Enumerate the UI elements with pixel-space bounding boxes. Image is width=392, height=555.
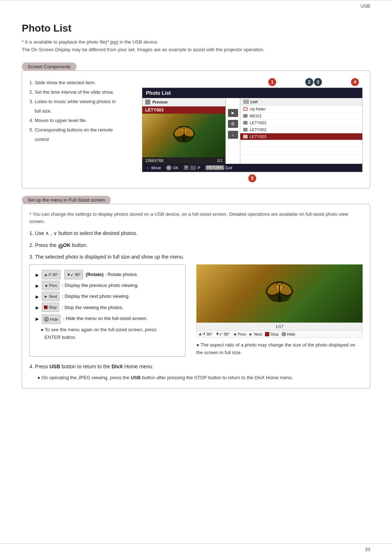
list-label: List [250,100,258,104]
preview-icon [145,100,150,105]
next-label: Next [254,332,262,336]
preview-pane: Preview LETY003 [142,98,226,164]
sc-item-1: 1. Slide show the selected item. [29,78,131,88]
prev-icon: ◄ [233,332,237,336]
arrow-icon-hide: ▶ [36,315,39,323]
photo-list-ui: Photo List Preview LETY003 [142,88,363,172]
page-content: Photo List * It is available to playback… [0,12,392,418]
fullsize-section-label-wrap: Set up the menu in Full-Sized screen [22,196,370,204]
sc-item-3: 3. Listen to music while viewing photos … [29,97,131,116]
page-number: 33 [365,547,370,552]
photo-list-body: Preview LETY003 [142,98,362,164]
arrow-icon-stop: ▶ [36,303,39,312]
enter-note: ● To see the menu again on the full-size… [36,326,179,341]
ctrl-next: ► Next [249,332,262,336]
nav-movepage-label: P [197,166,200,170]
photo-right-panel: 1/17 ▲↺ 90° ▼↙ 90° ◄ Prev [196,264,363,357]
intro-notes: * It is available to playback the photo … [22,39,370,54]
intro-line1: * It is available to playback the photo … [22,39,370,46]
fullsize-box: * You can change the settings to display… [22,204,370,389]
preview-label: Preview [142,98,225,106]
badge-1: 1 [268,78,276,86]
rotate-down-deg: 90° [224,332,230,336]
fullsize-step2: 2. Press the ⊙OK button. [29,241,363,249]
sc-item-5: 5. Corresponding buttons on the remote c… [29,125,131,144]
screen-components-label: Screen Components [22,62,77,71]
menu-row-stop: ▶ Stop : Stop the viewing the photos. [36,303,179,312]
sc-item-4: 4. Moves to upper level file. [29,116,131,125]
list-icon [243,100,249,104]
badge-2: 2 [305,78,313,86]
item-name: AB101 [250,114,262,118]
menu-row-next: ▶ ► Next : Display the next photo viewin… [36,292,179,301]
stop-label: Stop [270,332,279,336]
hide-btn: ⊙ Hide [42,315,61,324]
photo-page: 1/1 [217,158,222,163]
stop-btn: Stop [42,303,59,312]
next-btn: ► Next [42,292,60,301]
menu-row-rotate: ▶ ▲↺ 90° ▼↙ 90° (Rotate) : Rotate photos… [36,270,179,279]
menu-instruction-area: ▶ ▲↺ 90° ▼↙ 90° (Rotate) : Rotate photos… [29,264,363,357]
nav-return: RETURN Exit [205,165,232,170]
rotate-up-btn: ▲↺ 90° [42,270,61,279]
photo-list-title: Photo List [142,88,362,98]
list-item-empty2 [240,147,362,155]
item-name: LETY002 [250,127,266,132]
preview-text: Preview [152,100,168,104]
ctrl-hide: ⊙ Hide [282,332,295,336]
sc-item-2: 2. Set the time interval of the slide sh… [29,88,131,97]
fullsize-step3: 3. The selected photo is displayed in fu… [29,253,363,261]
ctrl-rotate-up: ▲↺ 90° [198,332,213,336]
fullsize-section-label: Set up the menu in Full-Sized screen [22,196,111,204]
fullsize-step4: 4. Press USB button to return to the Div… [29,362,363,370]
folder-icon [243,121,248,125]
music-button[interactable]: ♪ [228,131,238,139]
play-button[interactable]: ▶ [228,109,238,117]
arrow-icon-rotate: ▶ [36,271,39,279]
item-name: LETY003 [250,134,266,139]
move-arrows-icon: ↔ [146,166,150,170]
photo-info-bar: 1366X768 1/1 [142,157,225,164]
page-header: USB [0,0,392,12]
stop-sq-icon [44,305,48,309]
photo-page-num: 1/17 [275,324,283,329]
screen-components-ui: 1 2 3 4 Photo List P [142,78,363,182]
p-button: P [184,165,189,170]
nav-move: ↔ Move [146,166,161,170]
stop-sq-ctrl-icon [265,332,269,336]
photo-resolution: 1366X768 [145,158,163,163]
step4-bullet: ● On operating the JPEG viewing, press t… [29,374,363,382]
list-item-lety003[interactable]: LETY003 [240,133,362,140]
list-item-lety002[interactable]: LETY002 [240,126,362,133]
hide-circle-icon: ⊙ [44,317,49,322]
screen-components-label-wrap: Screen Components [22,62,370,71]
page-icon [190,166,196,170]
nav-exit-label: Exit [226,166,232,170]
photo-ctrl-bar: ▲↺ 90° ▼↙ 90° ◄ Prev ► Next [196,331,363,338]
rotate-down-btn: ▼↙ 90° [64,270,83,279]
nav-movepage: P P [184,165,200,170]
nav-ok-label: OK [173,166,179,170]
aspect-ratio-note: ● The aspect ratio of a photo may change… [196,341,363,357]
fullsize-step1: 1. Use ∧ , ∨ button to select the desire… [29,229,363,237]
full-photo-thumb [196,264,363,323]
item-name: Up folder [250,107,266,111]
item-name: LETY001 [250,121,266,125]
nav-ok: ⊙ OK [166,165,179,170]
ctrl-stop: Stop [265,332,279,336]
folder-icon [243,128,248,131]
step4-area: 4. Press USB button to return to the Div… [29,362,363,382]
rotate-up-deg: 90° [207,332,213,336]
list-item-ab101[interactable]: AB101 [240,113,362,119]
screen-components-list: 1. Slide show the selected item. 2. Set … [29,78,131,182]
ok-btn-icon: ⊙ [58,244,63,249]
list-header: List [240,98,362,106]
list-item-lety001[interactable]: LETY001 [240,119,362,126]
settings-button[interactable]: ⚙ [228,120,238,128]
photo-filename: LETY003 [142,106,225,114]
list-item-upfolder[interactable]: Up folder [240,106,362,113]
hide-label: Hide [287,332,295,336]
rotate-up-icon: ▲↺ [198,332,205,336]
page-title: Photo List [22,23,370,34]
ctrl-prev: ◄ Prev [233,332,246,336]
